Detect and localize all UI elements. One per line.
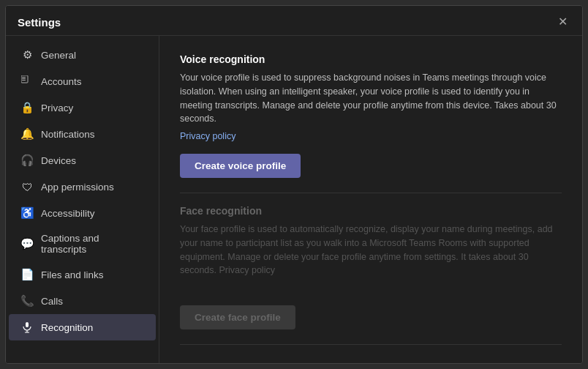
voice-recognition-section: Voice recognition Your voice profile is … — [180, 53, 562, 190]
sidebar-item-label: Devices — [41, 155, 76, 166]
sidebar-item-accessibility[interactable]: ♿ Accessibility — [9, 200, 156, 226]
devices-icon: 🎧 — [20, 154, 34, 167]
accounts-icon — [20, 75, 34, 88]
sidebar-item-privacy[interactable]: 🔒 Privacy — [9, 94, 156, 121]
create-voice-profile-button[interactable]: Create voice profile — [180, 154, 301, 178]
files-icon: 📄 — [20, 268, 34, 281]
main-content: Voice recognition Your voice profile is … — [159, 36, 582, 363]
title-bar: Settings ✕ — [6, 6, 582, 36]
calls-icon: 📞 — [20, 294, 34, 308]
svg-rect-4 — [26, 322, 29, 327]
svg-rect-1 — [22, 78, 26, 79]
create-face-profile-button: Create face profile — [180, 305, 295, 329]
sidebar-item-label: General — [41, 50, 76, 61]
sidebar-item-general[interactable]: ⚙ General — [9, 42, 156, 68]
face-recognition-desc: Your face profile is used to automatical… — [180, 223, 562, 277]
general-icon: ⚙ — [20, 48, 34, 61]
face-privacy-link: Privacy policy — [219, 265, 275, 275]
sidebar-item-label: Captions and transcripts — [41, 233, 144, 255]
voice-privacy-link[interactable]: Privacy policy — [180, 131, 235, 141]
sidebar-item-label: Accounts — [41, 76, 82, 87]
sidebar-item-label: Recognition — [41, 322, 93, 333]
sidebar-item-app-permissions[interactable]: 🛡 App permissions — [9, 174, 156, 200]
sidebar-item-captions[interactable]: 💬 Captions and transcripts — [9, 226, 156, 261]
privacy-icon: 🔒 — [20, 101, 34, 114]
sidebar-item-label: Files and links — [41, 269, 104, 280]
sidebar-item-accounts[interactable]: Accounts — [9, 68, 156, 94]
teammates-title: Want to let your teammates know about Te… — [180, 362, 562, 363]
window-title: Settings — [18, 16, 61, 29]
face-recognition-title: Face recognition — [180, 205, 562, 217]
section-divider — [180, 193, 562, 193]
recognition-icon — [20, 321, 34, 334]
content-area: ⚙ General Accounts 🔒 Privacy 🔔 Notificat… — [6, 36, 582, 363]
face-recognition-section: Face recognition Your face profile is us… — [180, 205, 562, 341]
sidebar-item-label: App permissions — [41, 182, 114, 193]
captions-icon: 💬 — [20, 237, 34, 250]
accessibility-icon: ♿ — [20, 206, 34, 220]
close-button[interactable]: ✕ — [555, 15, 570, 29]
app-permissions-icon: 🛡 — [20, 180, 34, 193]
sidebar-item-devices[interactable]: 🎧 Devices — [9, 147, 156, 174]
sidebar-item-calls[interactable]: 📞 Calls — [9, 288, 156, 314]
svg-rect-0 — [22, 77, 26, 78]
sidebar-item-label: Calls — [41, 296, 63, 307]
sidebar: ⚙ General Accounts 🔒 Privacy 🔔 Notificat… — [6, 36, 159, 363]
svg-rect-2 — [22, 80, 26, 81]
notifications-icon: 🔔 — [20, 127, 34, 141]
sidebar-item-label: Notifications — [41, 129, 95, 140]
teammates-section: Want to let your teammates know about Te… — [180, 357, 562, 363]
sidebar-item-recognition[interactable]: Recognition — [9, 314, 156, 340]
teammates-divider — [180, 344, 562, 345]
sidebar-item-files[interactable]: 📄 Files and links — [9, 261, 156, 288]
sidebar-item-label: Accessibility — [41, 208, 95, 219]
sidebar-item-notifications[interactable]: 🔔 Notifications — [9, 121, 156, 147]
voice-recognition-title: Voice recognition — [180, 53, 562, 65]
sidebar-item-label: Privacy — [41, 102, 73, 113]
voice-recognition-desc: Your voice profile is used to suppress b… — [180, 71, 562, 126]
settings-window: Settings ✕ ⚙ General Accounts 🔒 Privacy … — [5, 5, 583, 364]
